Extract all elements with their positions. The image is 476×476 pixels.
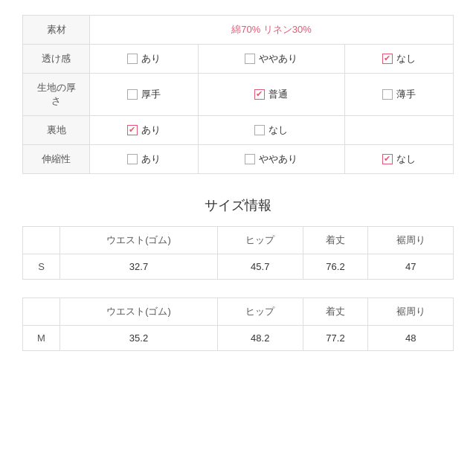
- checkbox-shinchiku-yaya-label: ややあり: [259, 152, 298, 166]
- size-table-m-header-waist: ウエスト(ゴム): [60, 298, 218, 326]
- size-table-m-header-hip: ヒップ: [218, 298, 303, 326]
- size-m-label: M: [23, 326, 60, 351]
- size-s-length: 76.2: [303, 254, 368, 280]
- checkbox-atsude-label: 厚手: [141, 88, 161, 101]
- material-label-shinchiku: 伸縮性: [23, 145, 90, 174]
- checkbox-futsu-icon: [254, 89, 265, 100]
- checkbox-uraji-ari-icon: [127, 125, 138, 135]
- material-label-sozai: 素材: [23, 16, 90, 45]
- size-s-hip: 45.7: [218, 254, 303, 280]
- checkbox-yauyaari1-label: ややあり: [259, 52, 298, 65]
- material-cell-uraji-empty: [345, 116, 454, 145]
- material-label-uraji: 裏地: [23, 116, 90, 145]
- material-row-uraji: 裏地 あり なし: [23, 116, 454, 145]
- size-section-title: サイズ情報: [22, 196, 454, 214]
- size-table-s-header-row: ウエスト(ゴム) ヒップ 着丈 裾周り: [23, 227, 454, 254]
- size-table-m-header-length: 着丈: [303, 298, 368, 326]
- checkbox-nashi1-label: なし: [396, 52, 416, 65]
- material-cell-shinchiku-yaya: ややあり: [198, 145, 344, 174]
- checkbox-yauyaari1-icon: [245, 54, 255, 64]
- size-m-hip: 48.2: [218, 326, 303, 351]
- size-s-hem: 47: [368, 254, 454, 280]
- checkbox-nashi1-icon: [382, 54, 393, 64]
- checkbox-uraji-nashi-label: なし: [268, 123, 288, 137]
- size-table-m-data-row: M 35.2 48.2 77.2 48: [23, 326, 454, 351]
- size-table-m: ウエスト(ゴム) ヒップ 着丈 裾周り M 35.2 48.2 77.2 48: [22, 298, 454, 351]
- size-table-s-header-waist: ウエスト(ゴム): [60, 227, 218, 254]
- size-m-hem: 48: [368, 326, 454, 351]
- material-table: 素材 綿70% リネン30% 透け感 あり ややあり なし 生地の厚さ: [22, 15, 454, 174]
- material-row-shinchiku: 伸縮性 あり ややあり なし: [23, 145, 454, 174]
- material-cell-yauyaari1: ややあり: [198, 45, 344, 74]
- checkbox-ari1-label: あり: [141, 52, 161, 65]
- material-cell-futsu: 普通: [198, 74, 344, 116]
- size-table-m-header-empty: [23, 298, 60, 326]
- checkbox-usude-label: 薄手: [396, 88, 416, 101]
- checkbox-shinchiku-nashi-label: なし: [396, 152, 416, 166]
- size-table-s-header-length: 着丈: [303, 227, 368, 254]
- material-cell-ari1: あり: [90, 45, 199, 74]
- material-cell-shinchiku-nashi: なし: [345, 145, 454, 174]
- checkbox-shinchiku-ari-icon: [127, 154, 138, 164]
- size-table-m-header-hem: 裾周り: [368, 298, 454, 326]
- checkbox-usude-icon: [382, 89, 393, 100]
- material-row-atsusa: 生地の厚さ 厚手 普通 薄手: [23, 74, 454, 116]
- size-table-s-header-empty: [23, 227, 60, 254]
- material-cell-atsude: 厚手: [90, 74, 199, 116]
- material-cell-nashi1: なし: [345, 45, 454, 74]
- material-value-sozai: 綿70% リネン30%: [90, 16, 454, 45]
- material-cell-uraji-ari: あり: [90, 116, 199, 145]
- material-label-atsusa: 生地の厚さ: [23, 74, 90, 116]
- checkbox-uraji-nashi-icon: [254, 125, 265, 135]
- checkbox-shinchiku-nashi-icon: [382, 154, 393, 164]
- checkbox-shinchiku-yaya-icon: [245, 154, 255, 164]
- size-table-m-header-row: ウエスト(ゴム) ヒップ 着丈 裾周り: [23, 298, 454, 326]
- material-row-sozai: 素材 綿70% リネン30%: [23, 16, 454, 45]
- material-cell-usude: 薄手: [345, 74, 454, 116]
- size-s-waist: 32.7: [60, 254, 218, 280]
- size-s-label: S: [23, 254, 60, 280]
- checkbox-uraji-ari-label: あり: [141, 123, 161, 137]
- checkbox-ari1-icon: [127, 54, 138, 64]
- material-cell-shinchiku-ari: あり: [90, 145, 199, 174]
- checkbox-shinchiku-ari-label: あり: [141, 152, 161, 166]
- material-label-sukekann: 透け感: [23, 45, 90, 74]
- size-m-waist: 35.2: [60, 326, 218, 351]
- size-table-s: ウエスト(ゴム) ヒップ 着丈 裾周り S 32.7 45.7 76.2 47: [22, 226, 454, 280]
- material-row-sukekann: 透け感 あり ややあり なし: [23, 45, 454, 74]
- size-table-s-header-hem: 裾周り: [368, 227, 454, 254]
- checkbox-atsude-icon: [127, 89, 138, 100]
- size-m-length: 77.2: [303, 326, 368, 351]
- size-table-s-header-hip: ヒップ: [218, 227, 303, 254]
- checkbox-futsu-label: 普通: [268, 88, 288, 101]
- material-cell-uraji-nashi: なし: [198, 116, 344, 145]
- size-table-s-data-row: S 32.7 45.7 76.2 47: [23, 254, 454, 280]
